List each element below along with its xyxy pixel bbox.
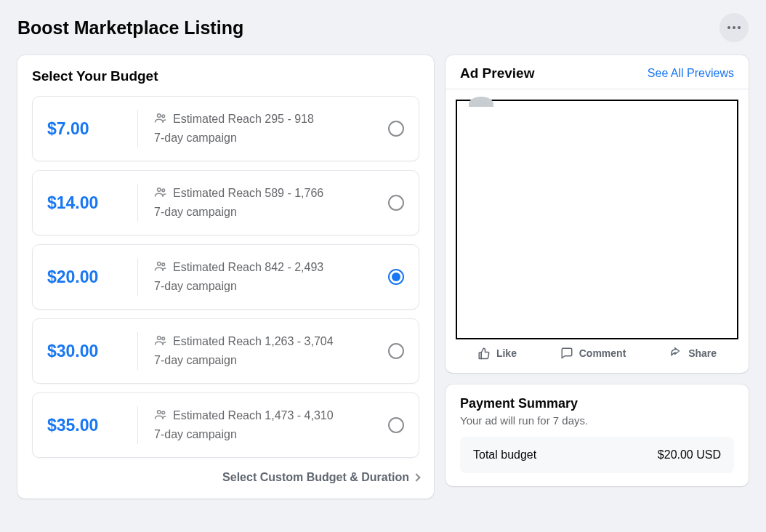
budget-option-reach: Estimated Reach 295 - 918: [173, 113, 314, 126]
people-icon: [154, 409, 167, 422]
budget-option[interactable]: $20.00Estimated Reach 842 - 2,4937-day c…: [32, 244, 419, 310]
people-icon: [154, 335, 167, 348]
budget-option-price: $7.00: [47, 119, 133, 139]
share-label: Share: [688, 347, 717, 359]
see-all-previews-link[interactable]: See All Previews: [648, 67, 734, 80]
budget-card: Select Your Budget $7.00Estimated Reach …: [17, 55, 434, 499]
custom-budget-link[interactable]: Select Custom Budget & Duration: [32, 471, 419, 484]
comment-icon: [560, 347, 573, 360]
svg-point-1: [162, 115, 165, 118]
budget-option[interactable]: $14.00Estimated Reach 589 - 1,7667-day c…: [32, 170, 419, 235]
budget-option-price: $20.00: [47, 267, 133, 287]
budget-option-radio[interactable]: [388, 121, 404, 137]
chevron-right-icon: [412, 473, 420, 481]
ad-preview-title: Ad Preview: [460, 65, 534, 81]
budget-option-price: $35.00: [47, 416, 133, 435]
divider: [137, 184, 138, 222]
svg-point-8: [158, 411, 161, 414]
svg-point-2: [158, 188, 161, 192]
budget-option-radio[interactable]: [388, 417, 404, 433]
people-icon: [154, 113, 167, 126]
budget-option-price: $14.00: [47, 193, 133, 213]
svg-point-0: [158, 114, 161, 118]
svg-point-7: [162, 337, 165, 340]
budget-option-price: $30.00: [47, 342, 133, 361]
like-icon: [477, 347, 491, 360]
payment-summary-subtitle: Your ad will run for 7 days.: [460, 414, 734, 427]
total-budget-label: Total budget: [473, 448, 536, 462]
budget-section-title: Select Your Budget: [32, 68, 419, 84]
comment-label: Comment: [579, 347, 626, 359]
like-button[interactable]: Like: [477, 347, 517, 360]
svg-point-6: [158, 336, 161, 340]
people-icon: [154, 261, 167, 274]
payment-summary-card: Payment Summary Your ad will run for 7 d…: [446, 384, 749, 486]
comment-button[interactable]: Comment: [560, 347, 626, 360]
budget-option-reach: Estimated Reach 842 - 2,493: [173, 261, 323, 274]
svg-point-4: [158, 262, 161, 266]
divider: [137, 332, 138, 370]
budget-option-duration: 7-day campaign: [154, 206, 388, 219]
budget-option-radio[interactable]: [388, 269, 404, 285]
ellipsis-icon: [727, 26, 741, 29]
svg-point-5: [162, 263, 165, 266]
ad-preview-card: Ad Preview See All Previews Like Comment: [446, 55, 749, 373]
like-label: Like: [496, 347, 517, 359]
budget-option-reach: Estimated Reach 1,263 - 3,704: [173, 335, 334, 348]
budget-option-reach: Estimated Reach 589 - 1,766: [173, 187, 323, 200]
budget-option[interactable]: $7.00Estimated Reach 295 - 9187-day camp…: [32, 96, 419, 161]
budget-option-reach: Estimated Reach 1,473 - 4,310: [173, 409, 334, 422]
people-icon: [154, 187, 167, 200]
divider: [137, 110, 138, 148]
budget-option[interactable]: $30.00Estimated Reach 1,263 - 3,7047-day…: [32, 318, 419, 384]
budget-option-duration: 7-day campaign: [154, 132, 388, 145]
budget-option-duration: 7-day campaign: [154, 428, 388, 441]
budget-option-radio[interactable]: [388, 195, 404, 211]
ad-preview-frame: [456, 100, 738, 339]
budget-option-duration: 7-day campaign: [154, 354, 388, 367]
divider: [137, 406, 138, 444]
budget-option[interactable]: $35.00Estimated Reach 1,473 - 4,3107-day…: [32, 392, 419, 458]
share-icon: [669, 347, 682, 360]
more-options-button[interactable]: [719, 13, 749, 42]
total-budget-row: Total budget $20.00 USD: [460, 437, 734, 473]
share-button[interactable]: Share: [669, 347, 717, 360]
custom-budget-label: Select Custom Budget & Duration: [222, 471, 409, 484]
svg-point-9: [162, 411, 165, 414]
budget-option-radio[interactable]: [388, 343, 404, 359]
budget-option-duration: 7-day campaign: [154, 280, 388, 293]
total-budget-value: $20.00 USD: [658, 448, 721, 462]
divider: [137, 258, 138, 296]
page-title: Boost Marketplace Listing: [17, 17, 243, 39]
svg-point-3: [162, 189, 165, 192]
payment-summary-title: Payment Summary: [460, 396, 734, 411]
